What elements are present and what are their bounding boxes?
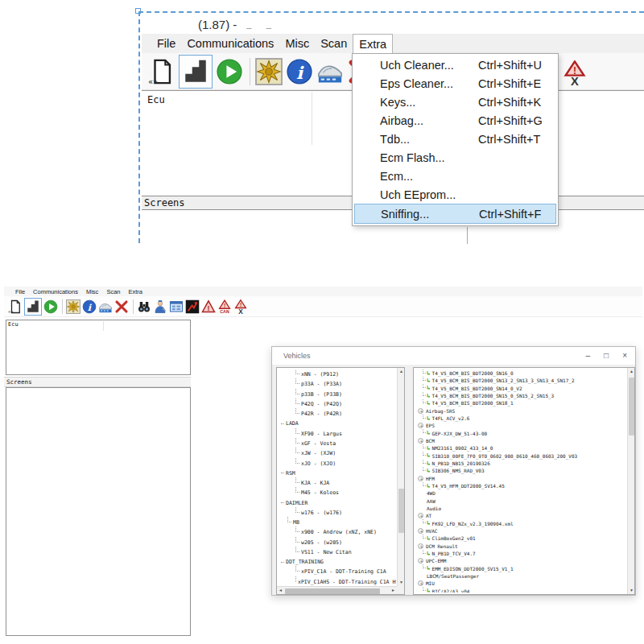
expand-icon[interactable] <box>418 580 423 586</box>
tree-row[interactable]: ↳ 4WD <box>415 489 626 497</box>
top-menu-file[interactable]: File <box>151 34 181 53</box>
bottom-toolbar-car[interactable] <box>98 299 113 314</box>
top-toolbar-car[interactable] <box>316 58 344 85</box>
tree-row[interactable]: ↳ EPS <box>415 422 626 429</box>
scroll-left-icon[interactable] <box>277 587 284 594</box>
tree-row[interactable]: ↳ DCM Renault <box>415 543 626 550</box>
tree-row[interactable]: ↳ N_PB1D_TCV_V4.7 <box>415 550 626 557</box>
top-menu-communications[interactable]: Communications <box>181 34 279 53</box>
top-toolbar-stairs[interactable] <box>179 55 213 89</box>
tree-row[interactable]: ↳ T4_V5_BCM_BIS_BDT2000_SN16_0 <box>415 369 626 377</box>
tree-row[interactable]: ↳ UPC-EMM <box>415 557 626 564</box>
top-menu-extra[interactable]: Extra <box>353 34 393 53</box>
bottom-toolbar-play[interactable] <box>43 299 58 314</box>
dialog-title-bar[interactable]: Vehicles – □ × <box>272 347 635 365</box>
expand-icon[interactable] <box>418 423 423 428</box>
tree-row[interactable]: M45 - Koleos <box>279 488 396 497</box>
scrollbar-thumb[interactable] <box>629 378 634 436</box>
expand-icon[interactable] <box>418 476 423 481</box>
extra-menu-item-tdb[interactable]: Tdb... Ctrl+Shift+T <box>353 130 557 148</box>
bottom-toolbar-warn-can[interactable] <box>217 299 232 314</box>
tree-row[interactable]: VS11 - New Citan <box>279 547 396 557</box>
tree-row[interactable]: ↳ HVAC <box>415 527 626 535</box>
tree-row[interactable]: ↳ SIB306_NMS_RAD_V03 <box>415 467 626 474</box>
extra-menu-item-eps-cleaner[interactable]: Eps Cleaner... Ctrl+Shift+E <box>353 74 557 93</box>
top-toolbar-info[interactable] <box>286 58 313 85</box>
bottom-toolbar-warn-x[interactable] <box>233 299 248 314</box>
expand-icon[interactable] <box>418 528 423 534</box>
extra-menu-item-airbag[interactable]: Airbag... Ctrl+Shift+G <box>353 111 557 130</box>
tree-row[interactable]: xPIV_C1AHS - DDT-Training C1A HS <box>279 577 396 585</box>
extra-menu-item-ecm-flash[interactable]: Ecm Flash... <box>353 148 557 167</box>
bottom-toolbar-warn[interactable] <box>201 299 216 314</box>
tree-row[interactable]: ↳ ClimBoxGen2_v01 <box>415 535 626 542</box>
top-menu-misc[interactable]: Misc <box>279 34 315 53</box>
bottom-toolbar-doc[interactable] <box>8 299 23 314</box>
bottom-toolbar-binoculars[interactable] <box>133 299 151 314</box>
bottom-menu-extra[interactable]: Extra <box>124 288 147 295</box>
top-toolbar-gear[interactable] <box>250 58 283 85</box>
close-button[interactable]: × <box>622 352 627 360</box>
scroll-up-icon[interactable] <box>398 368 405 375</box>
bottom-menu-communications[interactable]: Communications <box>29 288 82 295</box>
tree-row[interactable]: ↳ T4_V5_BCM_BIS_BDT2000_SN18_1 <box>415 399 626 407</box>
tree-row[interactable]: ↳ AAW <box>415 497 626 505</box>
top-toolbar-play[interactable] <box>216 58 243 85</box>
expand-icon[interactable] <box>418 408 423 414</box>
tree-row[interactable]: ↳ LBCM/SeatPassenger <box>415 572 626 580</box>
extra-menu-item-uch-eeprom[interactable]: Uch EEprom... <box>353 185 557 204</box>
maximize-button[interactable]: □ <box>604 352 609 360</box>
bottom-menu-misc[interactable]: Misc <box>82 288 102 295</box>
expand-icon[interactable] <box>418 558 423 564</box>
scroll-right-icon[interactable] <box>390 587 397 594</box>
extra-menu-item-ecm[interactable]: Ecm... <box>353 167 557 185</box>
expand-icon[interactable] <box>418 543 423 549</box>
tree-row[interactable]: ↳ N_PB1D_NB15_20190326 <box>415 460 626 467</box>
tree-row[interactable]: ↳ Airbag-SRS <box>415 407 626 415</box>
top-menu-scan[interactable]: Scan <box>315 34 353 53</box>
horizontal-scrollbar[interactable] <box>277 586 397 594</box>
tree-row[interactable]: ↳ FK92_LFD_NZx_v2.3_190904.xml <box>415 520 626 527</box>
top-toolbar-doc[interactable] <box>148 58 175 85</box>
bottom-menu-scan[interactable]: Scan <box>102 288 124 295</box>
tree-row[interactable]: ↳ BIC/A2/A3 v04 <box>415 588 626 592</box>
tree-row[interactable]: ↳ SIB310_00FE_7F0_9T0_0602_900_0610_460_… <box>415 452 626 460</box>
tree-row[interactable]: ↳ HFM <box>415 475 626 482</box>
bottom-menu-file[interactable]: File <box>11 288 29 295</box>
tree-row[interactable]: ↳ GEP-XJX_DW_51-43-00 <box>415 430 626 437</box>
tree-row[interactable]: ↳ NM23161_0902_433_14_0 <box>415 444 626 452</box>
tree-row[interactable]: ↳ T4_V5_HFM_DDT2000_SV14.45 <box>415 482 626 489</box>
scrollbar-thumb[interactable] <box>398 489 404 533</box>
tree-row[interactable]: ↳ EMM_EDISON_DDT2000_SV15_V1_1 <box>415 565 626 572</box>
expand-icon[interactable] <box>418 513 423 518</box>
bottom-toolbar-mechanic[interactable] <box>153 299 167 314</box>
extra-menu-item-uch-cleaner[interactable]: Uch Cleaner... Ctrl+Shift+U <box>353 56 557 74</box>
tree-row[interactable]: ↳ T4_V5_BCM_BIS_BDT2000_SN13_2_SN13_3_SN… <box>415 377 626 384</box>
tree-row[interactable]: ↳ BCM <box>415 437 626 444</box>
scroll-down-icon[interactable] <box>398 579 405 586</box>
vertical-scrollbar[interactable] <box>397 368 404 586</box>
tree-row[interactable]: ↳ T4_V5_BCM_BIS_BDT2000_SN15_0_SN15_2_SN… <box>415 392 626 399</box>
bottom-toolbar-screen[interactable] <box>169 299 184 314</box>
extra-menu-item-keys[interactable]: Keys... Ctrl+Shift+K <box>353 93 557 111</box>
bottom-toolbar-info[interactable] <box>82 299 97 314</box>
tree-row[interactable]: ↳ AT <box>415 512 626 519</box>
scrollbar-thumb[interactable] <box>285 588 380 594</box>
tree-row[interactable]: xJO - (XJO) <box>279 458 396 468</box>
tree-row[interactable]: ↳ MIU <box>415 580 626 587</box>
tree-row[interactable]: ↳ T4_V5_BCM_BIS_BDT2000_SN14_0_V2 <box>415 385 626 392</box>
tree-row[interactable]: P42R - (P42R) <box>279 409 396 419</box>
bottom-toolbar-graph[interactable] <box>185 299 200 314</box>
expand-icon[interactable] <box>418 438 423 444</box>
tree-row[interactable]: ↳ Audio <box>415 505 626 512</box>
minimize-button[interactable]: – <box>586 352 591 360</box>
bottom-toolbar-xmark[interactable] <box>114 299 129 314</box>
vertical-scrollbar[interactable] <box>627 368 634 594</box>
extra-menu-item-sniffing[interactable]: Sniffing... Ctrl+Shift+F <box>354 204 556 224</box>
tree-row[interactable]: ↳ T4FL_ACV_v2.6 <box>415 415 626 422</box>
bottom-toolbar-stairs[interactable] <box>24 298 42 316</box>
scroll-down-icon[interactable] <box>628 587 635 594</box>
bottom-toolbar-gear[interactable] <box>62 299 80 314</box>
scroll-up-icon[interactable] <box>628 368 635 375</box>
tree-row[interactable]: w176 - (w176) <box>279 508 396 518</box>
